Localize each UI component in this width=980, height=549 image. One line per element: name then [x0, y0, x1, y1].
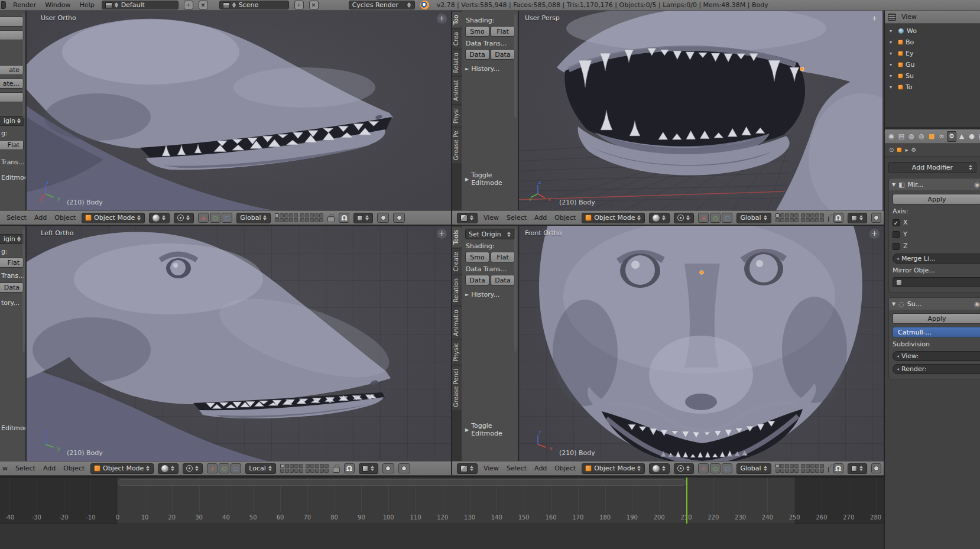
- layer-toggle[interactable]: [284, 213, 288, 217]
- layer-toggle[interactable]: [806, 218, 810, 222]
- tab-relatio[interactable]: Relatio: [452, 50, 462, 76]
- layer-toggle[interactable]: [300, 218, 304, 222]
- layer-toggle[interactable]: [290, 469, 294, 473]
- layer-toggle[interactable]: [315, 464, 319, 468]
- current-frame-indicator[interactable]: [686, 477, 687, 524]
- outliner-item[interactable]: ▾Wo: [885, 25, 980, 37]
- properties-tab-render[interactable]: ◉: [887, 131, 896, 142]
- editor-type-selector[interactable]: [457, 463, 478, 474]
- snap-magnet-icon[interactable]: Ω: [833, 463, 843, 473]
- modifier-header[interactable]: ▼ ◌ Su... ◉ ▦: [889, 298, 980, 310]
- pivot-point-selector[interactable]: [183, 463, 203, 474]
- manipulator-scale-icon[interactable]: [722, 213, 732, 223]
- layer-toggle[interactable]: [300, 213, 304, 217]
- layer-toggle[interactable]: [320, 464, 324, 468]
- toolshelf-scrollbar[interactable]: [22, 14, 25, 118]
- outliner-item[interactable]: ▾Bo: [885, 37, 980, 48]
- mode-selector[interactable]: Object Mode: [90, 463, 154, 474]
- disclosure-triangle-icon[interactable]: ▾: [890, 73, 895, 79]
- tab-relation[interactable]: Relation: [452, 275, 462, 306]
- toggle-editmode-button[interactable]: ▶Toggle Editmode: [465, 422, 515, 437]
- mode-selector[interactable]: Object Mode: [582, 463, 645, 474]
- add-modifier-button[interactable]: Add Modifier: [888, 162, 976, 173]
- toolshelf-cut-button[interactable]: [0, 92, 24, 102]
- properties-tab-modifiers[interactable]: ⚙: [947, 131, 956, 142]
- menu-help[interactable]: Help: [78, 1, 96, 9]
- modifier-visibility-icons[interactable]: ◉ ▦: [975, 181, 980, 189]
- layer-toggle[interactable]: [815, 218, 819, 222]
- layer-toggle[interactable]: [785, 464, 789, 468]
- layer-toggle[interactable]: [319, 218, 323, 222]
- manipulator-scale-icon[interactable]: [722, 463, 732, 473]
- lock-icon[interactable]: [828, 467, 829, 473]
- timeline-scrollbar[interactable]: [118, 479, 686, 486]
- tab-animat[interactable]: Animat: [452, 77, 462, 104]
- properties-tab-object[interactable]: ■: [927, 131, 936, 142]
- lock-icon[interactable]: [333, 467, 340, 473]
- data-layout-button[interactable]: Data: [491, 49, 515, 60]
- layer-toggle[interactable]: [320, 469, 324, 473]
- outliner-editor-icon[interactable]: [888, 14, 896, 21]
- layer-toggle[interactable]: [314, 213, 319, 217]
- layer-toggle[interactable]: [315, 469, 319, 473]
- tab-animatio[interactable]: Animatio: [452, 307, 462, 339]
- layer-toggle[interactable]: [810, 464, 814, 468]
- editor-type-selector[interactable]: [457, 213, 478, 223]
- menu-add[interactable]: Add: [41, 464, 57, 472]
- opengl-render-image-button[interactable]: [382, 463, 394, 473]
- catmull-clark-button[interactable]: Catmull-...: [893, 327, 980, 337]
- layer-toggle[interactable]: [324, 464, 329, 468]
- outliner-item[interactable]: ▾Ey: [885, 48, 980, 59]
- data-transfer-button[interactable]: Data: [465, 49, 489, 60]
- menu-object[interactable]: Object: [53, 214, 77, 222]
- properties-tab-render-layers[interactable]: ▤: [897, 131, 906, 142]
- history-panel-header[interactable]: ►History...: [465, 291, 515, 298]
- viewport-shading-selector[interactable]: [649, 463, 670, 474]
- manipulator-translate-icon[interactable]: [698, 213, 709, 223]
- axis-x-checkbox[interactable]: ✓ X: [893, 218, 980, 227]
- layer-toggle[interactable]: [299, 469, 303, 473]
- menu-object[interactable]: Object: [61, 464, 86, 472]
- layer-toggle[interactable]: [285, 469, 289, 473]
- layer-toggle[interactable]: [794, 213, 799, 217]
- snap-element-selector[interactable]: [359, 463, 378, 474]
- layer-toggle[interactable]: [294, 218, 298, 222]
- tab-too[interactable]: Too: [452, 12, 462, 28]
- 3d-view-user-persp[interactable]: User Persp (210) Body + zyx: [519, 11, 884, 210]
- layer-toggle[interactable]: [775, 469, 780, 473]
- layer-toggle[interactable]: [780, 218, 784, 222]
- toolshelf-scrollbar[interactable]: [22, 229, 25, 352]
- layer-toggle[interactable]: [815, 213, 819, 217]
- properties-tab-texture[interactable]: ▦: [977, 131, 980, 142]
- layer-toggle[interactable]: [305, 218, 309, 222]
- layer-toggle[interactable]: [294, 469, 298, 473]
- layer-toggle[interactable]: [820, 218, 824, 222]
- pivot-point-selector[interactable]: [674, 213, 694, 223]
- delete-screen-layout-button[interactable]: ✕: [199, 1, 208, 9]
- modifier-visibility-icons[interactable]: ◉ ▦: [975, 300, 980, 308]
- snap-element-selector[interactable]: [848, 213, 867, 223]
- layer-toggle[interactable]: [785, 213, 789, 217]
- layer-toggle[interactable]: [815, 469, 819, 473]
- layer-toggle[interactable]: [310, 469, 314, 473]
- menu-object[interactable]: Object: [553, 214, 577, 222]
- tab-physic[interactable]: Physic: [452, 340, 462, 365]
- layer-toggle[interactable]: [284, 218, 288, 222]
- menu-view[interactable]: View: [482, 214, 501, 222]
- transform-orientation-selector[interactable]: Global: [736, 213, 771, 223]
- toolshelf-cut-button[interactable]: ate: [0, 65, 24, 75]
- layer-toggle[interactable]: [790, 464, 794, 468]
- 3d-view-front-ortho[interactable]: Front Ortho (210) Body + zx: [519, 226, 884, 461]
- toolshelf-cut-button[interactable]: Flat: [0, 140, 24, 150]
- layer-toggle[interactable]: [810, 469, 814, 473]
- layer-toggle[interactable]: [294, 464, 298, 468]
- properties-tab-constraints[interactable]: ∞: [937, 131, 946, 142]
- layer-toggle[interactable]: [280, 469, 284, 473]
- screen-layout-selector[interactable]: Default: [102, 1, 179, 9]
- layer-toggle[interactable]: [820, 213, 824, 217]
- snap-element-selector[interactable]: [353, 213, 373, 223]
- axis-z-checkbox[interactable]: Z: [893, 242, 980, 251]
- layer-toggle[interactable]: [306, 464, 310, 468]
- layer-toggle[interactable]: [775, 213, 780, 217]
- layer-toggle[interactable]: [775, 464, 780, 468]
